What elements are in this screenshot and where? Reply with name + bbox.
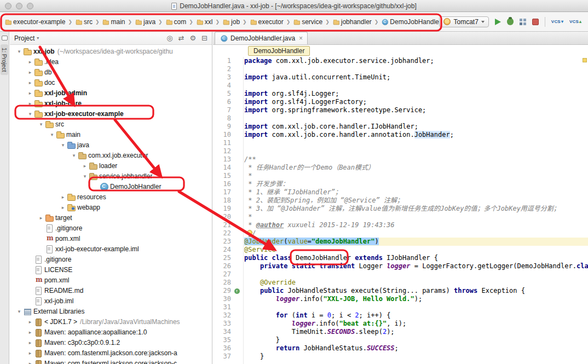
tree-expand-arrow-icon[interactable]: ▾ [59, 142, 67, 148]
code-line[interactable] [244, 114, 588, 123]
code-line[interactable]: import com.xxl.job.core.handler.annotati… [244, 131, 588, 139]
tree-item[interactable]: pom.xml [10, 275, 212, 285]
tree-item[interactable]: ▸resources [10, 192, 212, 202]
code-line[interactable]: import com.xxl.job.core.handler.IJobHand… [244, 123, 588, 131]
code-line[interactable]: * 开发步骤： [244, 180, 588, 188]
tree-item[interactable]: ▾External Libraries [10, 306, 212, 316]
zoom-window-button[interactable] [27, 3, 33, 9]
code-line[interactable]: TimeUnit.SECONDS.sleep(2); [244, 328, 588, 336]
tree-expand-arrow-icon[interactable]: ▸ [26, 90, 34, 96]
code-line[interactable]: return JobHandleStatus.SUCCESS; [244, 344, 588, 353]
code-line[interactable] [244, 147, 588, 155]
breadcrumb-item[interactable]: java [134, 17, 157, 27]
tree-expand-arrow-icon[interactable]: ▸ [59, 194, 67, 200]
settings-gear-icon[interactable]: ⚙ [189, 34, 196, 42]
code-line[interactable]: /** [244, 155, 588, 164]
stop-button[interactable] [532, 19, 539, 25]
breadcrumb-item[interactable]: jobhandler [331, 17, 373, 27]
code-line[interactable]: * [244, 213, 588, 221]
tree-expand-arrow-icon[interactable]: ▸ [26, 59, 34, 65]
code-line[interactable]: @Override [244, 279, 588, 287]
vcs-commit-button[interactable]: VCS▴ [569, 19, 581, 24]
tree-item[interactable]: ▾xxl-job(~/workspaces/idea-git-workspace… [10, 46, 212, 56]
breadcrumb-item[interactable]: executor-example [3, 17, 66, 27]
tree-item[interactable]: ▸xxl-job-admin [10, 88, 212, 98]
close-tab-icon[interactable]: × [299, 34, 303, 42]
tree-item[interactable]: README.md [10, 285, 212, 296]
tree-item[interactable]: ▾service.jobhandler [10, 171, 212, 181]
tree-item[interactable]: ▸xxl-job-core [10, 98, 212, 108]
code-line[interactable]: } [244, 336, 588, 344]
tree-expand-arrow-icon[interactable]: ▾ [26, 111, 34, 117]
code-line[interactable] [244, 303, 588, 311]
breadcrumb-item[interactable]: src [74, 17, 94, 27]
breadcrumb-item[interactable]: service [292, 17, 324, 27]
breadcrumb-item[interactable]: main [101, 17, 126, 27]
tree-expand-arrow-icon[interactable]: ▾ [15, 309, 23, 314]
code-line[interactable]: package com.xxl.job.executor.service.job… [244, 57, 588, 65]
code-line[interactable]: @JobHander(value="demoJobHandler") [244, 238, 588, 246]
tree-expand-arrow-icon[interactable]: ▸ [26, 101, 34, 106]
tree-item[interactable]: ▾src [10, 119, 212, 129]
code-line[interactable]: import java.util.concurrent.TimeUnit; [244, 73, 588, 82]
tree-expand-arrow-icon[interactable]: ▾ [70, 153, 78, 158]
tree-expand-arrow-icon[interactable]: ▸ [26, 80, 34, 85]
code-line[interactable]: for (int i = 0; i < 2; i++) { [244, 311, 588, 320]
debug-button[interactable] [507, 18, 514, 25]
tree-expand-arrow-icon[interactable]: ▸ [59, 205, 67, 210]
code-line[interactable]: import org.springframework.stereotype.Se… [244, 106, 588, 114]
tree-item[interactable]: ▸webapp [10, 202, 212, 212]
tree-item[interactable]: ▸doc [10, 77, 212, 88]
breadcrumb-item[interactable]: executor [249, 17, 285, 27]
tree-expand-arrow-icon[interactable]: ▸ [81, 163, 89, 169]
code-line[interactable] [244, 139, 588, 147]
close-window-button[interactable] [5, 3, 11, 9]
code-line[interactable]: public class DemoJobHandler extends IJob… [244, 254, 588, 262]
code-line[interactable] [244, 65, 588, 73]
tree-item[interactable]: ▸Maven: aopalliance:aopalliance:1.0 [10, 327, 212, 337]
code-line[interactable]: logger.info("beat at:{}", i); [244, 320, 588, 328]
code-line[interactable]: public JobHandleStatus execute(String...… [244, 287, 588, 295]
code-line[interactable]: logger.info("XXL-JOB, Hello World."); [244, 295, 588, 303]
code-line[interactable] [244, 270, 588, 279]
code-line[interactable] [244, 82, 588, 90]
breadcrumb-item[interactable]: DemoJobHandler [380, 17, 439, 27]
tree-item[interactable]: LICENSE [10, 264, 212, 275]
breadcrumb-item[interactable]: job [221, 17, 241, 27]
tree-item[interactable]: ▾com.xxl.job.executor [10, 150, 212, 160]
tree-item[interactable]: ▸< JDK1.7 >/Library/Java/JavaVirtualMach… [10, 316, 212, 327]
run-button[interactable] [495, 19, 501, 25]
coverage-button[interactable] [520, 19, 522, 21]
tree-item[interactable]: ▸db [10, 67, 212, 77]
code-line[interactable]: import org.slf4j.LoggerFactory; [244, 98, 588, 106]
tree-expand-arrow-icon[interactable]: ▸ [37, 215, 45, 221]
tree-expand-arrow-icon[interactable]: ▾ [81, 174, 89, 179]
code-line[interactable]: } [244, 353, 588, 361]
tree-item[interactable]: ▾java [10, 140, 212, 150]
code-line[interactable]: * 3、加 “@JobHander” 注解，注解value值为新增任务生成的Jo… [244, 205, 588, 213]
project-tool-window-button[interactable]: 1: Project [1, 44, 8, 75]
tree-item[interactable]: xxl-job.iml [10, 296, 212, 306]
tree-item[interactable]: pom.xml [10, 233, 212, 244]
project-view-selector[interactable]: Project ▾ [14, 34, 39, 42]
code-line[interactable]: */ [244, 229, 588, 238]
tree-item[interactable]: .gitignore [10, 223, 212, 233]
code-line[interactable]: private static transient Logger logger =… [244, 262, 588, 270]
tree-expand-arrow-icon[interactable]: ▾ [37, 122, 45, 127]
switch-view-icon[interactable]: ⇄ [178, 34, 185, 42]
tree-expand-arrow-icon[interactable]: ▸ [26, 70, 34, 75]
code-line[interactable]: * 1、继承 “IJobHandler”； [244, 188, 588, 197]
tree-expand-arrow-icon[interactable]: ▾ [15, 49, 23, 54]
tree-item[interactable]: ▸loader [10, 160, 212, 171]
code-line[interactable]: * 2、装配到Spring，例如加 “@Service” 注解； [244, 197, 588, 205]
breadcrumb-class-chip[interactable]: DemoJobHandler [248, 46, 310, 56]
tree-expand-arrow-icon[interactable]: ▸ [26, 340, 34, 345]
tab-demojobhandler-java[interactable]: DemoJobHandler.java × [215, 32, 308, 44]
code-line[interactable]: * @author xuxueli 2015-12-19 19:43:36 [244, 221, 588, 229]
tree-item[interactable]: ▸.idea [10, 56, 212, 67]
tree-item[interactable]: DemoJobHandler [10, 181, 212, 192]
code-lines[interactable]: package com.xxl.job.executor.service.job… [244, 57, 588, 364]
tree-expand-arrow-icon[interactable]: ▸ [26, 350, 34, 356]
tree-item[interactable]: ▸Maven: com.fasterxml.jackson.core:jacks… [10, 348, 212, 358]
code-line[interactable]: @Service [244, 246, 588, 254]
